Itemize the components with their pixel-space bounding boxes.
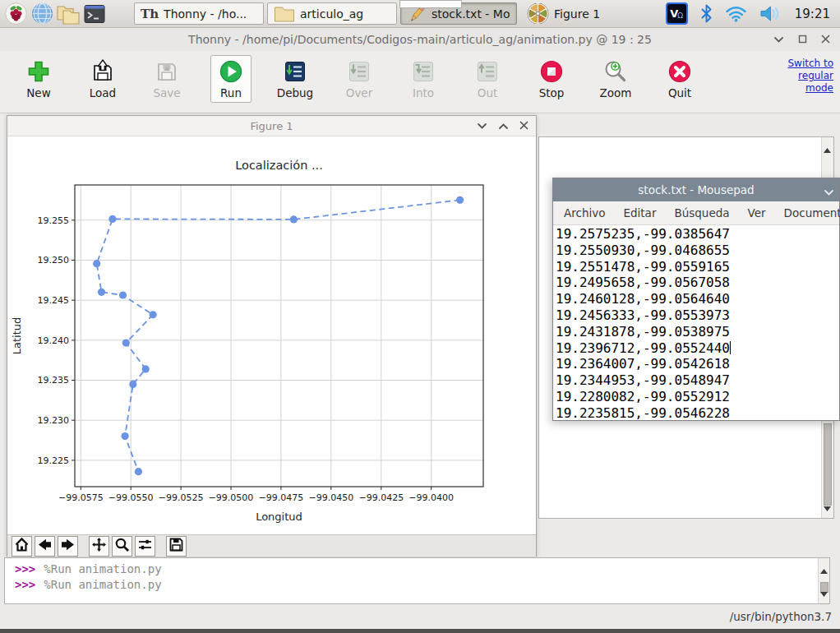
toolbar-button-label: Run xyxy=(220,86,242,99)
text-line[interactable]: 19.2495658,-99.0567058 xyxy=(556,275,839,291)
save-button: Save xyxy=(135,55,199,103)
figure-titlebar[interactable]: Figure 1 xyxy=(7,116,536,136)
svg-text:−99.0575: −99.0575 xyxy=(58,492,104,503)
text-line[interactable]: 19.2550930,-99.0468655 xyxy=(556,243,839,259)
editor-scrollbar-thumb[interactable] xyxy=(824,423,832,506)
text-line-content: 19.2396712,-99.0552440 xyxy=(556,340,730,356)
zoom-button[interactable]: Zoom xyxy=(584,55,648,103)
web-browser-icon[interactable] xyxy=(30,2,54,26)
svg-text:−99.0450: −99.0450 xyxy=(308,492,353,503)
text-line[interactable]: 19.2396712,-99.0552440 xyxy=(556,340,839,357)
thonny-window-controls xyxy=(773,28,830,51)
toolbar-button-label: Zoom xyxy=(600,86,632,99)
shell-scrollbar[interactable] xyxy=(818,558,829,603)
thonny-titlebar: Thonny - /home/pi/Documents/Codigos-main… xyxy=(0,28,840,51)
text-line[interactable]: 19.2456333,-99.0553973 xyxy=(556,307,839,324)
text-line[interactable]: 19.2551478,-99.0559165 xyxy=(556,259,839,275)
over-icon xyxy=(347,59,372,84)
close-icon[interactable] xyxy=(519,120,528,132)
wifi-icon[interactable] xyxy=(725,5,747,22)
mpl-back-button[interactable] xyxy=(35,536,55,557)
shell-command: %Run animation.py xyxy=(44,562,161,575)
taskbar-tray: VΩ xyxy=(666,2,782,25)
menu-item-5[interactable]: Documento xyxy=(775,206,840,219)
file-manager-icon[interactable] xyxy=(56,2,81,26)
svg-text:19.225: 19.225 xyxy=(38,455,70,466)
maximize-icon[interactable] xyxy=(798,33,807,46)
text-line-content: 19.2460128,-99.0564640 xyxy=(556,291,730,307)
mpl-save-button[interactable] xyxy=(166,536,187,557)
text-line[interactable]: 19.2431878,-99.0538975 xyxy=(556,324,839,340)
run-button[interactable]: Run xyxy=(199,55,263,103)
mousepad-titlebar[interactable]: stock.txt - Mousepad xyxy=(553,178,839,201)
shell-line: >>>%Run animation.py xyxy=(15,561,829,577)
stop-button[interactable]: Stop xyxy=(519,55,584,103)
mousepad-text[interactable]: 19.2575235,-99.038564719.2550930,-99.046… xyxy=(553,225,839,422)
figure-canvas[interactable]: −99.0575−99.0550−99.0525−99.0500−99.0475… xyxy=(7,136,536,534)
menu-item-1[interactable]: Archivo xyxy=(555,206,614,219)
text-line[interactable]: 19.2280082,-99.0552912 xyxy=(556,389,839,405)
new-button[interactable]: New xyxy=(7,55,71,103)
switch-mode-link[interactable]: Switch to regular mode xyxy=(768,58,833,95)
taskbar-window-4[interactable]: Figure 1 xyxy=(520,2,606,25)
matplotlib-toolbar xyxy=(7,534,536,557)
clock[interactable]: 19:21 xyxy=(795,7,830,21)
zoom-icon xyxy=(603,59,628,84)
shell-command: %Run animation.py xyxy=(44,578,161,591)
tooltip-remnant xyxy=(399,0,462,8)
svg-text:19.250: 19.250 xyxy=(38,255,70,266)
back-icon xyxy=(37,537,53,556)
menu-item-4[interactable]: Ver xyxy=(739,206,775,219)
volume-icon[interactable] xyxy=(759,4,782,23)
taskbar-window-2[interactable]: articulo_ag xyxy=(267,2,397,25)
terminal-icon[interactable] xyxy=(82,2,107,26)
save-icon xyxy=(168,537,184,556)
mousepad-title: stock.txt - Mousepad xyxy=(638,183,754,196)
mpl-forward-button[interactable] xyxy=(58,536,78,557)
scroll-up-icon[interactable] xyxy=(824,141,831,156)
load-button[interactable]: Load xyxy=(71,55,135,103)
svg-text:−99.0525: −99.0525 xyxy=(159,492,204,503)
chart: −99.0575−99.0550−99.0525−99.0500−99.0475… xyxy=(7,136,536,534)
svg-text:−99.0400: −99.0400 xyxy=(408,492,454,503)
text-line[interactable]: 19.2235815,-99.0546228 xyxy=(556,405,839,422)
minimize-icon[interactable] xyxy=(773,33,784,46)
subplots-icon xyxy=(137,537,153,556)
svg-text:−99.0550: −99.0550 xyxy=(108,492,154,503)
home-icon xyxy=(14,537,30,556)
mpl-zoom-button[interactable] xyxy=(112,536,132,557)
taskbar-window-label: Thonny - /ho... xyxy=(164,7,247,21)
raspberry-menu-icon[interactable] xyxy=(3,2,28,26)
debug-button[interactable]: Debug xyxy=(263,55,327,103)
svg-text:Latitud: Latitud xyxy=(11,317,23,355)
mpl-toolbar-buttons xyxy=(12,536,187,557)
scroll-down-icon[interactable] xyxy=(820,584,828,600)
text-line[interactable]: 19.2344953,-99.0548947 xyxy=(556,372,839,389)
mpl-home-button[interactable] xyxy=(12,536,32,557)
shell-line: >>>%Run animation.py xyxy=(15,577,829,593)
bluetooth-icon[interactable] xyxy=(700,4,713,23)
quit-button[interactable]: Quit xyxy=(648,55,712,103)
menu-item-3[interactable]: Búsqueda xyxy=(665,206,738,219)
mpl-subplots-button[interactable] xyxy=(135,536,155,557)
text-line[interactable]: 19.2575235,-99.0385647 xyxy=(556,226,839,243)
minimize-icon[interactable] xyxy=(824,186,834,199)
text-line-content: 19.2575235,-99.0385647 xyxy=(556,226,730,242)
scroll-down-icon[interactable] xyxy=(824,499,831,515)
toolbar-button-label: Debug xyxy=(277,86,313,99)
text-line-content: 19.2456333,-99.0553973 xyxy=(556,307,730,323)
taskbar-window-1[interactable]: ThThonny - /ho... xyxy=(134,2,264,25)
mpl-pan-button[interactable] xyxy=(89,536,109,557)
text-line[interactable]: 19.2364007,-99.0542618 xyxy=(556,356,839,372)
svg-text:Localización ...: Localización ... xyxy=(235,159,323,172)
menu-item-2[interactable]: Editar xyxy=(614,206,665,219)
minimize-icon[interactable] xyxy=(477,120,487,132)
maximize-icon[interactable] xyxy=(498,120,509,132)
svg-text:19.255: 19.255 xyxy=(38,215,70,226)
scroll-up-icon[interactable] xyxy=(820,561,828,577)
text-line[interactable]: 19.2460128,-99.0564640 xyxy=(556,291,839,307)
vnc-icon[interactable]: VΩ xyxy=(666,2,688,25)
interpreter-path: /usr/bin/python3.7 xyxy=(730,610,832,623)
shell-panel[interactable]: >>>%Run animation.py>>>%Run animation.py xyxy=(4,557,830,604)
close-icon[interactable] xyxy=(821,33,830,46)
